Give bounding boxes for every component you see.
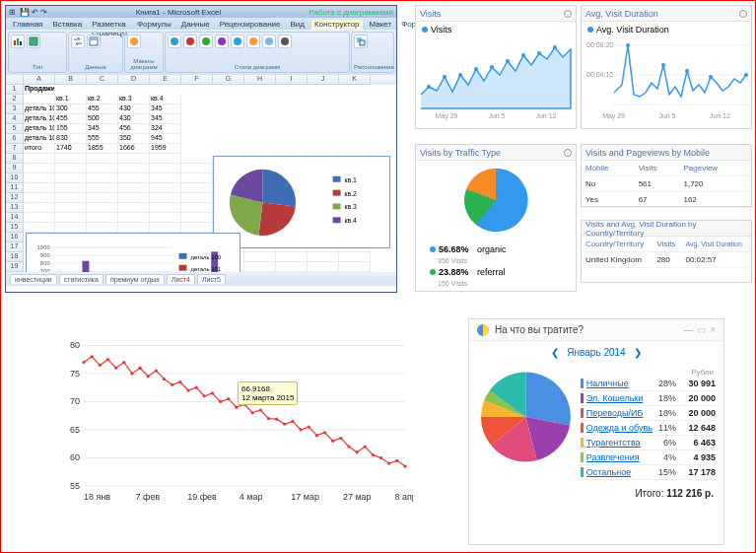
svg-point-146	[403, 464, 406, 467]
list-item[interactable]: Турагентства6%6 463	[581, 436, 716, 450]
tab-insert[interactable]: Вставка	[49, 20, 85, 30]
tab-view[interactable]: Вид	[287, 20, 307, 30]
style-4-icon[interactable]	[215, 35, 229, 48]
svg-point-117	[171, 383, 173, 386]
sheet-tab-active[interactable]: Лист4	[167, 274, 195, 284]
svg-rect-1	[17, 38, 19, 45]
svg-text:17 мар: 17 мар	[291, 492, 319, 502]
svg-point-125	[235, 406, 238, 409]
app-logo-icon	[477, 324, 489, 336]
svg-rect-69	[179, 265, 187, 271]
table-row: Yes67162	[582, 192, 751, 208]
excel-window: ⊞ 💾 ↶ ↷ Книга1 - Microsoft Excel Работа …	[5, 5, 397, 293]
select-data-icon[interactable]	[87, 35, 101, 48]
svg-text:деталь 100: деталь 100	[190, 254, 221, 260]
list-item[interactable]: Эл. Кошельки18%20 000	[581, 391, 716, 406]
svg-point-138	[339, 437, 342, 440]
svg-point-114	[147, 375, 150, 378]
style-6-icon[interactable]	[246, 35, 260, 48]
mobile-table: MobileVisitsPageview No5611,720 Yes67162	[582, 161, 751, 208]
svg-text:кв.4: кв.4	[344, 217, 357, 224]
timeseries-chart: 807570656055 18 янв7 фев19 фев4 мар17 ма…	[58, 328, 413, 504]
svg-point-131	[283, 423, 286, 426]
switch-rowcol-icon[interactable]	[71, 35, 85, 48]
gear-icon[interactable]	[739, 10, 747, 18]
office-icon[interactable]: ⊞	[9, 8, 16, 17]
ribbon-group-layouts: Макеты диаграмм	[124, 32, 164, 73]
tab-review[interactable]: Рецензирование	[217, 20, 284, 30]
change-chart-type-icon[interactable]	[11, 35, 25, 48]
list-item[interactable]: Одежда и обувь11%12 648	[581, 421, 716, 436]
category-list: Рубли Наличные28%30 991Эл. Кошельки18%20…	[581, 368, 716, 480]
svg-text:65: 65	[70, 425, 80, 435]
total-row: Итого: 112 216 р.	[469, 484, 723, 499]
tab-design[interactable]: Конструктор	[311, 20, 363, 30]
tab-data[interactable]: Данные	[178, 20, 213, 30]
prev-month-button[interactable]: ❮	[551, 347, 559, 358]
svg-point-141	[364, 445, 367, 448]
worksheet-grid[interactable]: ABCDEFGHIJK 1Продажи за 2008 г. 2кв.1кв.…	[6, 75, 396, 272]
svg-point-107	[91, 355, 94, 358]
next-month-button[interactable]: ❯	[634, 347, 642, 358]
table-row: No5611,720	[582, 176, 751, 192]
list-item[interactable]: Развлечения4%4 935	[581, 450, 716, 465]
legend-item: 56.68% organic	[424, 242, 568, 257]
tab-home[interactable]: Главная	[10, 20, 45, 30]
card-title: Visits and Pageviews by Mobile	[585, 148, 710, 158]
svg-point-92	[709, 75, 713, 79]
window-icon[interactable]: ▭	[697, 324, 706, 335]
quick-layout-icon[interactable]	[127, 35, 141, 48]
svg-point-118	[178, 380, 181, 383]
style-2-icon[interactable]	[183, 35, 197, 48]
list-item[interactable]: Переводы/ИБ18%20 000	[581, 406, 716, 421]
list-item[interactable]: Остальное15%17 178	[581, 465, 716, 480]
svg-rect-17	[333, 176, 341, 182]
group-data-label: Данные	[71, 64, 120, 70]
svg-rect-2	[20, 41, 22, 45]
svg-text:00:08:20: 00:08:20	[586, 41, 613, 48]
svg-point-136	[323, 431, 326, 434]
svg-rect-0	[14, 40, 16, 45]
svg-point-115	[155, 369, 158, 372]
ribbon-tabs: Главная Вставка Разметка страницы Формул…	[6, 18, 396, 30]
country-table: Country/TerritoryVisitsAvg. Visit Durati…	[582, 237, 751, 268]
svg-point-116	[163, 378, 166, 380]
tab-layout[interactable]: Разметка страницы	[89, 20, 130, 30]
month-nav: ❮ Январь 2014 ❯	[469, 341, 723, 364]
svg-point-7	[171, 37, 178, 45]
budget-pie-chart	[477, 368, 575, 466]
tab-formulas[interactable]: Формулы	[134, 20, 174, 30]
currency-label: Рубли	[581, 368, 716, 377]
sheet-tab[interactable]: премиум отдых	[105, 274, 165, 284]
gear-icon[interactable]	[564, 10, 572, 18]
qat[interactable]: 💾 ↶ ↷	[20, 8, 47, 17]
svg-rect-67	[179, 253, 187, 259]
svg-point-123	[219, 400, 222, 403]
style-3-icon[interactable]	[199, 35, 213, 48]
tab-chartlayout[interactable]: Макет	[367, 20, 395, 30]
minimize-icon[interactable]: —	[683, 324, 693, 335]
style-5-icon[interactable]	[231, 35, 244, 48]
save-template-icon[interactable]	[27, 35, 40, 48]
list-item[interactable]: Наличные28%30 991	[581, 377, 716, 391]
sheet-tab[interactable]: Лист5	[197, 274, 226, 284]
group-location-label: Расположение	[354, 64, 391, 70]
close-icon[interactable]: ×	[710, 324, 716, 335]
sheet-tab[interactable]: инвестиции	[10, 274, 57, 284]
svg-point-6	[130, 37, 138, 45]
svg-point-109	[106, 358, 109, 361]
sheet-tab[interactable]: статистика	[59, 274, 103, 284]
svg-rect-23	[333, 217, 341, 223]
svg-text:18 янв: 18 янв	[84, 492, 110, 502]
style-8-icon[interactable]	[278, 35, 292, 48]
style-7-icon[interactable]	[262, 35, 276, 48]
budget-widget: На что вы тратите? — ▭ × ❮ Январь 2014 ❯…	[468, 318, 724, 545]
svg-point-8	[186, 37, 194, 45]
widget-title: На что вы тратите?	[495, 324, 584, 335]
move-chart-icon[interactable]	[354, 35, 368, 48]
embedded-bar-chart[interactable]: 01002003004005006007008009001000кв.1кв.2…	[26, 233, 241, 272]
svg-point-134	[308, 426, 310, 429]
style-1-icon[interactable]	[168, 35, 181, 48]
gear-icon[interactable]	[564, 149, 572, 157]
svg-text:75: 75	[70, 369, 80, 379]
